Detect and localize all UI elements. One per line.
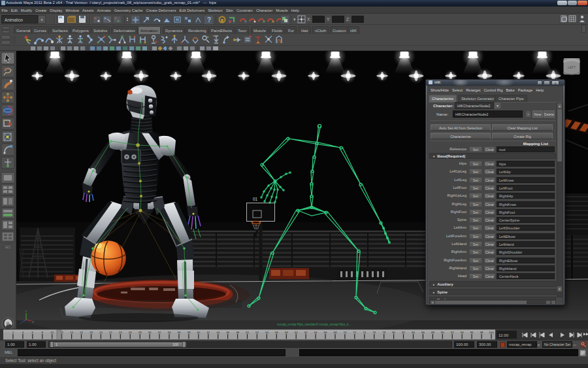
svg-text:52: 52: [255, 331, 259, 334]
svg-text:100: 100: [489, 331, 494, 334]
svg-text:16: 16: [80, 331, 83, 334]
svg-text:▾: ▾: [293, 17, 296, 22]
svg-text:32: 32: [158, 331, 161, 334]
svg-text:Y: Y: [25, 310, 27, 313]
svg-text:82: 82: [402, 331, 405, 334]
svg-text:22: 22: [109, 331, 112, 334]
svg-text:76: 76: [372, 331, 376, 334]
svg-text:98: 98: [480, 331, 483, 334]
svg-text:88: 88: [431, 331, 434, 334]
svg-text:84: 84: [412, 331, 415, 334]
svg-text:92: 92: [451, 331, 454, 334]
svg-text:40: 40: [197, 331, 200, 334]
svg-text:72: 72: [353, 331, 356, 334]
svg-text:64: 64: [314, 331, 318, 334]
svg-text:60: 60: [295, 331, 298, 334]
svg-text:mocap_remap:Hips_translateX mo: mocap_remap:Hips_translateX mocap_remap:…: [277, 323, 351, 326]
svg-text:36: 36: [177, 331, 180, 334]
svg-text:46: 46: [226, 331, 229, 334]
svg-text:LEFT: LEFT: [568, 65, 576, 69]
svg-text:44: 44: [216, 331, 220, 334]
svg-text:48: 48: [236, 331, 239, 334]
svg-text:56: 56: [275, 331, 278, 334]
svg-text:34: 34: [168, 331, 171, 334]
svg-text:66: 66: [324, 331, 327, 334]
svg-text:96: 96: [470, 331, 474, 334]
svg-text:54: 54: [265, 331, 269, 334]
svg-text:18: 18: [90, 331, 93, 334]
svg-text:50: 50: [246, 331, 249, 334]
svg-text:01: 01: [253, 197, 258, 201]
svg-text:Y:: Y:: [327, 17, 331, 22]
svg-text:20: 20: [99, 331, 103, 334]
svg-text:90: 90: [441, 331, 444, 334]
svg-text:10: 10: [50, 331, 54, 334]
svg-text:68: 68: [334, 331, 337, 334]
svg-text:58: 58: [285, 331, 288, 334]
svg-text:80: 80: [392, 331, 395, 334]
svg-text:74: 74: [363, 331, 366, 334]
svg-text:X: X: [32, 320, 34, 324]
svg-text:62: 62: [304, 331, 308, 334]
svg-text:38: 38: [187, 331, 190, 334]
svg-text:30: 30: [148, 331, 152, 334]
svg-text:42: 42: [206, 331, 210, 334]
svg-text:X:: X:: [307, 17, 311, 22]
svg-text:Z:: Z:: [346, 17, 350, 22]
svg-text:−: −: [6, 245, 8, 249]
svg-text:26: 26: [129, 331, 132, 334]
svg-text:28: 28: [139, 331, 142, 334]
svg-text:78: 78: [382, 331, 385, 334]
svg-text:70: 70: [343, 331, 346, 334]
svg-text:12.00: 12.00: [498, 333, 509, 337]
svg-text:24: 24: [119, 331, 122, 334]
svg-text:86: 86: [421, 331, 425, 334]
svg-text:14: 14: [70, 331, 73, 334]
svg-text:94: 94: [461, 331, 464, 334]
svg-text:?: ?: [207, 16, 211, 24]
svg-text:Z: Z: [21, 322, 23, 325]
